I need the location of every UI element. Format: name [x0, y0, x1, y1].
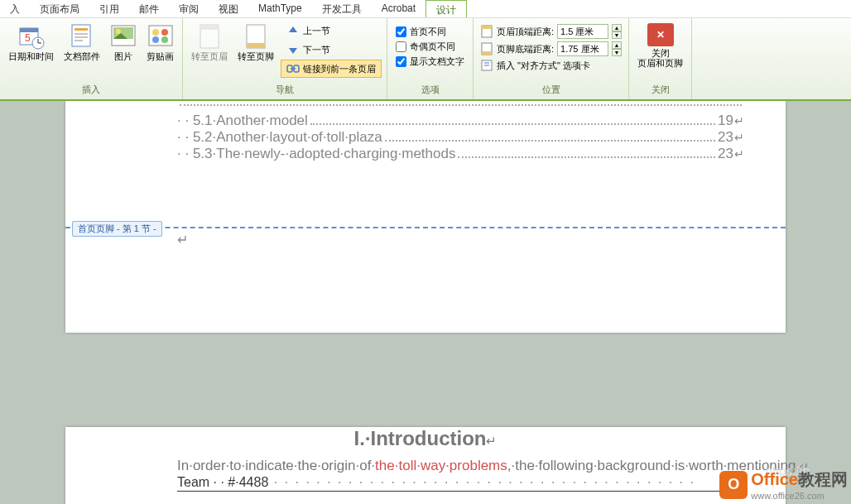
svg-point-13: [116, 29, 121, 34]
first-page-different-checkbox[interactable]: 首页不同: [392, 25, 468, 39]
odd-even-different-checkbox[interactable]: 奇偶页不同: [392, 40, 468, 54]
toc-line: [177, 104, 744, 113]
link-icon: [286, 62, 300, 75]
svg-rect-15: [149, 26, 172, 46]
footer-section-tag: 首页页脚 - 第 1 节 -: [72, 221, 162, 237]
svg-marker-24: [289, 26, 297, 32]
tab-review[interactable]: 审阅: [169, 0, 209, 17]
spin-down[interactable]: ▼: [612, 31, 622, 39]
svg-rect-32: [482, 51, 492, 55]
datetime-button[interactable]: 5 日期和时间: [5, 22, 57, 63]
group-insert: 5 日期和时间 文档部件 图片 剪贴画: [0, 18, 183, 99]
docparts-button[interactable]: 文档部件: [60, 22, 103, 63]
watermark-logo: O Office教程网 www.office26.com: [719, 468, 848, 501]
ribbon: 5 日期和时间 文档部件 图片 剪贴画: [0, 18, 851, 101]
header-top-icon: [480, 25, 493, 38]
picture-icon: [110, 23, 137, 50]
footer-distance-row: 页脚底端距离: ▲▼: [478, 41, 623, 57]
spin-up[interactable]: ▲: [612, 41, 622, 49]
prev-section-button[interactable]: 上一节: [281, 22, 382, 40]
clipart-button[interactable]: 剪贴画: [143, 22, 177, 63]
toc-line: · · 5.2·Another·layout·of·toll·plaza23↵: [177, 129, 744, 146]
next-section-button[interactable]: 下一节: [281, 41, 382, 59]
ribbon-tabs: 入 页面布局 引用 邮件 审阅 视图 MathType 开发工具 Acrobat…: [0, 0, 851, 18]
svg-point-17: [161, 29, 168, 36]
header-distance-row: 页眉顶端距离: ▲▼: [478, 23, 623, 40]
tab-view[interactable]: 视图: [209, 0, 248, 17]
tab-insert-partial[interactable]: 入: [0, 0, 30, 17]
toc-line: · · 5.1·Another·model19↵: [177, 113, 744, 129]
goto-footer-icon: [243, 23, 269, 50]
group-position: 页眉顶端距离: ▲▼ 页脚底端距离: ▲▼ 插入 "对齐方式" 选项卡 位置: [474, 18, 629, 99]
svg-rect-6: [72, 25, 90, 46]
document-canvas[interactable]: · · 5.1·Another·model19↵ · · 5.2·Another…: [0, 101, 851, 504]
footer-distance-input[interactable]: [557, 41, 608, 56]
paragraph-mark: ↵: [177, 232, 188, 247]
svg-rect-21: [200, 25, 219, 30]
toc: · · 5.1·Another·model19↵ · · 5.2·Another…: [65, 101, 786, 162]
arrow-up-icon: [286, 24, 300, 37]
group-close: ✕ 关闭 页眉和页脚 关闭: [629, 18, 692, 99]
close-header-footer-button[interactable]: ✕ 关闭 页眉和页脚: [634, 22, 686, 70]
svg-point-18: [152, 36, 159, 43]
insert-alignment-tab-button[interactable]: 插入 "对齐方式" 选项卡: [478, 58, 623, 73]
page2-header: Team · · #·4488 · · · · · · · · · · · · …: [177, 475, 744, 504]
group-navigation: 转至页眉 转至页脚 上一节 下一节 链接到前一条页眉: [183, 18, 387, 99]
spin-down[interactable]: ▼: [612, 49, 622, 56]
footer-bottom-icon: [480, 42, 493, 55]
spin-up[interactable]: ▲: [612, 24, 622, 31]
svg-rect-8: [75, 33, 88, 35]
clipart-icon: [147, 23, 174, 50]
show-document-text-checkbox[interactable]: 显示文档文字: [392, 55, 468, 69]
footer-boundary-line: [65, 227, 786, 228]
close-x-icon: ✕: [647, 23, 674, 46]
link-to-previous-button[interactable]: 链接到前一条页眉: [281, 60, 382, 78]
svg-rect-7: [75, 28, 88, 31]
tab-design[interactable]: 设计: [426, 0, 467, 17]
svg-rect-9: [75, 36, 88, 38]
tab-page-layout[interactable]: 页面布局: [30, 0, 89, 17]
tab-developer[interactable]: 开发工具: [312, 0, 372, 17]
tab-mathtype[interactable]: MathType: [248, 0, 312, 17]
toc-line: · · 5.3·The·newly-·adopted·charging·meth…: [177, 146, 744, 162]
svg-point-19: [161, 36, 168, 43]
group-options: 首页不同 奇偶页不同 显示文档文字 选项: [387, 18, 474, 99]
calendar-clock-icon: 5: [18, 23, 45, 50]
tab-stop-icon: [480, 59, 493, 72]
arrow-down-icon: [286, 43, 300, 56]
goto-header-icon: [196, 23, 223, 50]
svg-rect-30: [482, 26, 492, 29]
svg-marker-25: [289, 48, 297, 54]
intro-heading: I.·Introduction↵: [65, 427, 786, 450]
goto-header-button[interactable]: 转至页眉: [188, 22, 231, 63]
document-parts-icon: [69, 23, 95, 50]
page-1: · · 5.1·Another·model19↵ · · 5.2·Another…: [65, 101, 786, 333]
tab-references[interactable]: 引用: [89, 0, 129, 17]
goto-footer-button[interactable]: 转至页脚: [234, 22, 277, 63]
svg-text:5: 5: [25, 32, 31, 44]
intro-paragraph: In·order·to·indicate·the·origin·of·the·t…: [65, 450, 786, 478]
svg-rect-23: [247, 43, 265, 48]
tab-mailings[interactable]: 邮件: [129, 0, 169, 17]
header-distance-input[interactable]: [557, 24, 608, 39]
svg-rect-10: [75, 40, 83, 41]
svg-point-16: [152, 29, 159, 36]
picture-button[interactable]: 图片: [107, 22, 140, 63]
office-logo-icon: O: [719, 471, 748, 499]
tab-acrobat[interactable]: Acrobat: [372, 0, 426, 17]
page-2: Team · · #·4488 · · · · · · · · · · · · …: [65, 427, 786, 504]
